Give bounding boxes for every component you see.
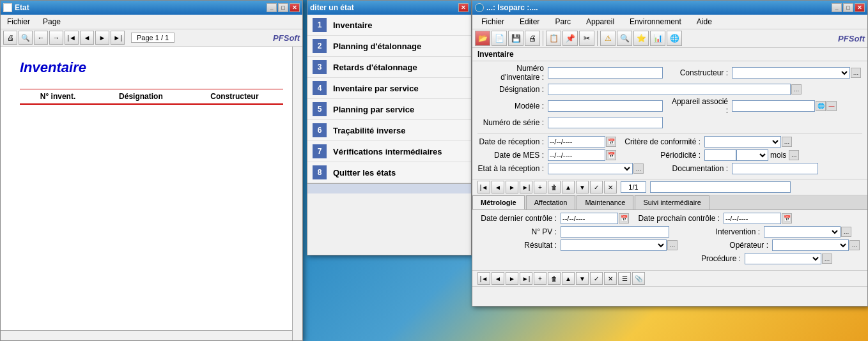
tab-affectation[interactable]: Affectation xyxy=(526,195,576,209)
operateur-btn[interactable]: … xyxy=(849,240,860,250)
next-page-button[interactable]: ► xyxy=(95,31,109,45)
etat-reception-btn[interactable]: … xyxy=(633,163,644,174)
date-mes-cal-btn[interactable]: 📅 xyxy=(606,150,616,160)
numero-inventaire-input[interactable] xyxy=(548,67,663,79)
appareil-associe-input[interactable] xyxy=(732,100,815,112)
iso-tool-warn[interactable]: ⚠ xyxy=(600,31,616,46)
metro-nav-down-btn[interactable]: ▼ xyxy=(576,272,589,285)
nav-search-input[interactable] xyxy=(650,181,791,193)
intervention-btn[interactable]: … xyxy=(841,227,851,237)
first-page-button[interactable]: |◄ xyxy=(65,31,79,45)
periodicite-btn[interactable]: … xyxy=(789,150,799,160)
metro-nav-next-btn[interactable]: ► xyxy=(506,272,518,285)
metro-nav-first-btn[interactable]: |◄ xyxy=(477,272,490,285)
date-prochain-cal-btn[interactable]: 📅 xyxy=(782,213,792,224)
procedure-select[interactable] xyxy=(745,253,821,264)
resultat-btn[interactable]: … xyxy=(667,240,678,250)
editer-item-5[interactable]: 5 Planning par service xyxy=(307,99,471,120)
metro-nav-delete-btn[interactable]: 🗑 xyxy=(548,272,561,285)
isoparc-minimize-button[interactable]: _ xyxy=(832,3,842,12)
back-button[interactable]: ← xyxy=(34,31,48,45)
iso-menu-parc[interactable]: Parc xyxy=(551,16,575,27)
forward-button[interactable]: → xyxy=(49,31,63,45)
iso-tool-open-red[interactable]: 📂 xyxy=(475,31,490,46)
nav-up-btn[interactable]: ▲ xyxy=(562,181,575,193)
date-reception-input[interactable] xyxy=(548,136,605,148)
editer-item-8[interactable]: 8 Quitter les états xyxy=(307,162,471,183)
print-button[interactable]: 🖨 xyxy=(3,31,17,45)
nav-cancel-btn[interactable]: ✕ xyxy=(604,181,617,193)
date-reception-cal-btn[interactable]: 📅 xyxy=(606,137,616,147)
editer-item-2[interactable]: 2 Planning d'étalonnage xyxy=(307,36,471,57)
designation-search-btn[interactable]: … xyxy=(791,84,802,95)
prev-page-button[interactable]: ◄ xyxy=(80,31,94,45)
etat-title-bar[interactable]: Etat _ □ ✕ xyxy=(1,1,302,15)
iso-tool-paste[interactable]: 📌 xyxy=(562,31,578,46)
nav-prev-btn[interactable]: ◄ xyxy=(492,181,504,193)
etat-reception-select[interactable] xyxy=(548,163,633,174)
metro-nav-prev-btn[interactable]: ◄ xyxy=(492,272,504,285)
isoparc-maximize-button[interactable]: □ xyxy=(843,3,853,12)
editer-item-3[interactable]: 3 Retards d'étalonnage xyxy=(307,57,471,78)
editer-item-6[interactable]: 6 Traçabilité inverse xyxy=(307,120,471,141)
zoom-in-button[interactable]: 🔍 xyxy=(19,31,33,45)
editer-title-bar[interactable]: diter un état ✕ xyxy=(307,1,471,15)
date-dernier-controle-input[interactable] xyxy=(561,213,618,224)
metro-nav-list-btn[interactable]: ☰ xyxy=(618,272,631,285)
metro-nav-last-btn[interactable]: ►| xyxy=(520,272,532,285)
iso-menu-aide[interactable]: Aide xyxy=(693,16,716,27)
procedure-btn[interactable]: … xyxy=(822,254,832,264)
appareil-globe-btn[interactable]: 🌐 xyxy=(816,101,826,111)
tab-metrologie[interactable]: Métrologie xyxy=(472,195,525,209)
appareil-minus-btn[interactable]: — xyxy=(826,101,837,111)
documentation-input[interactable] xyxy=(732,163,818,174)
horizontal-scrollbar[interactable] xyxy=(1,330,292,340)
iso-tool-new[interactable]: 📄 xyxy=(492,31,507,46)
iso-tool-search[interactable]: 🔍 xyxy=(617,31,632,46)
date-mes-input[interactable] xyxy=(548,149,605,161)
metro-nav-add-btn[interactable]: + xyxy=(534,272,546,285)
iso-tool-globe[interactable]: 🌐 xyxy=(667,31,682,46)
iso-tool-copy[interactable]: 📋 xyxy=(546,31,561,46)
modele-input[interactable] xyxy=(548,100,663,112)
nav-next-btn[interactable]: ► xyxy=(506,181,518,193)
date-prochain-controle-input[interactable] xyxy=(724,213,781,224)
iso-tool-save[interactable]: 💾 xyxy=(508,31,523,46)
numero-serie-input[interactable] xyxy=(548,117,663,128)
iso-menu-appareil[interactable]: Appareil xyxy=(582,16,618,27)
designation-input[interactable] xyxy=(548,84,791,95)
editer-item-1[interactable]: 1 Inventaire xyxy=(307,15,471,36)
nav-check-btn[interactable]: ✓ xyxy=(590,181,603,193)
last-page-button[interactable]: ►| xyxy=(111,31,125,45)
isoparc-close-button[interactable]: ✕ xyxy=(855,3,865,12)
editer-close-button[interactable]: ✕ xyxy=(458,3,469,12)
vertical-scrollbar[interactable] xyxy=(292,47,302,340)
operateur-select[interactable] xyxy=(772,239,849,251)
nav-last-btn[interactable]: ►| xyxy=(520,181,532,193)
periodicite-input[interactable] xyxy=(704,149,736,161)
iso-tool-print[interactable]: 🖨 xyxy=(525,31,540,46)
nav-add-btn[interactable]: + xyxy=(534,181,546,193)
iso-tool-chart[interactable]: 📊 xyxy=(650,31,665,46)
editer-item-4[interactable]: 4 Inventaire par service xyxy=(307,78,471,99)
nav-first-btn[interactable]: |◄ xyxy=(477,181,490,193)
metro-nav-check-btn[interactable]: ✓ xyxy=(590,272,603,285)
editer-item-7[interactable]: 7 Vérifications intermédiaires xyxy=(307,141,471,162)
tab-maintenance[interactable]: Maintenance xyxy=(577,195,633,209)
resultat-select[interactable] xyxy=(561,239,667,251)
periodicite-unit-select[interactable] xyxy=(736,149,768,161)
etat-close-button[interactable]: ✕ xyxy=(290,3,300,12)
metro-nav-up-btn[interactable]: ▲ xyxy=(562,272,575,285)
iso-menu-editer[interactable]: Editer xyxy=(516,16,543,27)
constructeur-search-btn[interactable]: … xyxy=(851,68,861,78)
critere-search-btn[interactable]: … xyxy=(782,137,792,147)
iso-menu-fichier[interactable]: Fichier xyxy=(477,16,508,27)
nav-down-btn[interactable]: ▼ xyxy=(576,181,589,193)
date-dernier-cal-btn[interactable]: 📅 xyxy=(619,213,629,224)
iso-tool-cut[interactable]: ✂ xyxy=(579,31,594,46)
nav-delete-btn[interactable]: 🗑 xyxy=(548,181,561,193)
etat-menu-fichier[interactable]: Fichier xyxy=(3,16,34,27)
isoparc-title-bar[interactable]: ...: Isoparc :.... _ □ ✕ xyxy=(472,1,867,15)
tab-suivi-intermediaire[interactable]: Suivi intermédiaire xyxy=(635,195,709,209)
intervention-select[interactable] xyxy=(764,226,841,238)
